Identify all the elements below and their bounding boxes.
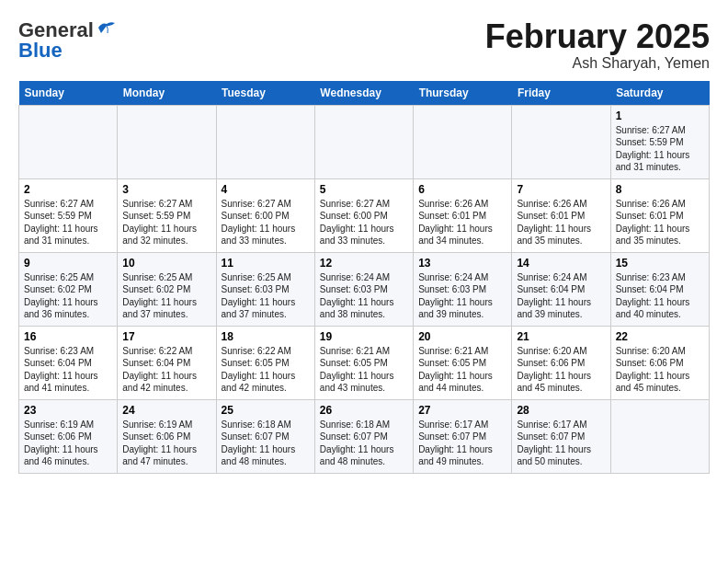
- day-number: 26: [320, 404, 408, 417]
- calendar-cell: 24Sunrise: 6:19 AM Sunset: 6:06 PM Dayli…: [118, 399, 216, 473]
- col-header-monday: Monday: [118, 81, 216, 106]
- day-sun-info: Sunrise: 6:24 AM Sunset: 6:04 PM Dayligh…: [517, 271, 605, 321]
- day-number: 1: [616, 109, 704, 122]
- day-number: 22: [616, 330, 704, 343]
- day-number: 23: [24, 404, 112, 417]
- day-number: 4: [222, 183, 310, 196]
- calendar-week-row: 9Sunrise: 6:25 AM Sunset: 6:02 PM Daylig…: [19, 252, 710, 326]
- logo-bird-icon: [97, 20, 117, 35]
- day-sun-info: Sunrise: 6:21 AM Sunset: 6:05 PM Dayligh…: [418, 345, 506, 395]
- day-sun-info: Sunrise: 6:27 AM Sunset: 5:59 PM Dayligh…: [122, 198, 210, 247]
- day-number: 25: [222, 404, 310, 417]
- calendar-table: SundayMondayTuesdayWednesdayThursdayFrid…: [18, 81, 710, 474]
- calendar-cell: 19Sunrise: 6:21 AM Sunset: 6:05 PM Dayli…: [314, 326, 413, 399]
- col-header-wednesday: Wednesday: [314, 81, 413, 106]
- calendar-cell: 28Sunrise: 6:17 AM Sunset: 6:07 PM Dayli…: [512, 399, 610, 473]
- calendar-cell: 27Sunrise: 6:17 AM Sunset: 6:07 PM Dayli…: [414, 399, 512, 473]
- day-sun-info: Sunrise: 6:24 AM Sunset: 6:03 PM Dayligh…: [320, 271, 408, 321]
- col-header-sunday: Sunday: [19, 81, 118, 106]
- calendar-cell: 11Sunrise: 6:25 AM Sunset: 6:03 PM Dayli…: [216, 252, 314, 326]
- day-sun-info: Sunrise: 6:26 AM Sunset: 6:01 PM Dayligh…: [616, 198, 704, 247]
- calendar-cell: [19, 105, 118, 178]
- calendar-cell: 17Sunrise: 6:22 AM Sunset: 6:04 PM Dayli…: [118, 326, 216, 399]
- day-sun-info: Sunrise: 6:25 AM Sunset: 6:03 PM Dayligh…: [222, 271, 310, 321]
- day-number: 20: [418, 330, 506, 343]
- calendar-cell: [610, 399, 709, 473]
- calendar-cell: 10Sunrise: 6:25 AM Sunset: 6:02 PM Dayli…: [118, 252, 216, 326]
- day-number: 6: [418, 183, 506, 196]
- calendar-title-block: February 2025 Ash Sharyah, Yemen: [485, 18, 710, 72]
- day-sun-info: Sunrise: 6:22 AM Sunset: 6:05 PM Dayligh…: [222, 345, 310, 395]
- calendar-cell: 12Sunrise: 6:24 AM Sunset: 6:03 PM Dayli…: [314, 252, 413, 326]
- logo: General Blue: [18, 18, 117, 63]
- calendar-cell: 1Sunrise: 6:27 AM Sunset: 5:59 PM Daylig…: [610, 105, 709, 178]
- day-number: 14: [517, 257, 605, 270]
- calendar-cell: 13Sunrise: 6:24 AM Sunset: 6:03 PM Dayli…: [414, 252, 512, 326]
- day-sun-info: Sunrise: 6:18 AM Sunset: 6:07 PM Dayligh…: [222, 419, 310, 468]
- day-number: 27: [418, 404, 506, 417]
- calendar-cell: 16Sunrise: 6:23 AM Sunset: 6:04 PM Dayli…: [19, 326, 118, 399]
- day-sun-info: Sunrise: 6:22 AM Sunset: 6:04 PM Dayligh…: [122, 345, 210, 395]
- day-sun-info: Sunrise: 6:20 AM Sunset: 6:06 PM Dayligh…: [517, 345, 605, 395]
- day-sun-info: Sunrise: 6:26 AM Sunset: 6:01 PM Dayligh…: [517, 198, 605, 247]
- calendar-cell: 6Sunrise: 6:26 AM Sunset: 6:01 PM Daylig…: [414, 178, 512, 252]
- day-sun-info: Sunrise: 6:23 AM Sunset: 6:04 PM Dayligh…: [24, 345, 112, 395]
- day-sun-info: Sunrise: 6:25 AM Sunset: 6:02 PM Dayligh…: [24, 271, 112, 321]
- calendar-location: Ash Sharyah, Yemen: [485, 55, 710, 72]
- calendar-cell: 5Sunrise: 6:27 AM Sunset: 6:00 PM Daylig…: [314, 178, 413, 252]
- logo-blue-text: Blue: [18, 39, 63, 63]
- calendar-cell: 20Sunrise: 6:21 AM Sunset: 6:05 PM Dayli…: [414, 326, 512, 399]
- day-sun-info: Sunrise: 6:17 AM Sunset: 6:07 PM Dayligh…: [418, 419, 506, 468]
- calendar-cell: 4Sunrise: 6:27 AM Sunset: 6:00 PM Daylig…: [216, 178, 314, 252]
- day-sun-info: Sunrise: 6:27 AM Sunset: 5:59 PM Dayligh…: [24, 198, 112, 247]
- day-sun-info: Sunrise: 6:19 AM Sunset: 6:06 PM Dayligh…: [24, 419, 112, 468]
- day-number: 2: [24, 183, 112, 196]
- day-number: 3: [122, 183, 210, 196]
- calendar-week-row: 2Sunrise: 6:27 AM Sunset: 5:59 PM Daylig…: [19, 178, 710, 252]
- calendar-cell: 8Sunrise: 6:26 AM Sunset: 6:01 PM Daylig…: [610, 178, 709, 252]
- calendar-cell: 26Sunrise: 6:18 AM Sunset: 6:07 PM Dayli…: [314, 399, 413, 473]
- calendar-cell: 7Sunrise: 6:26 AM Sunset: 6:01 PM Daylig…: [512, 178, 610, 252]
- day-number: 16: [24, 330, 112, 343]
- day-number: 28: [517, 404, 605, 417]
- day-number: 24: [122, 404, 210, 417]
- calendar-cell: 22Sunrise: 6:20 AM Sunset: 6:06 PM Dayli…: [610, 326, 709, 399]
- day-number: 12: [320, 257, 408, 270]
- calendar-cell: [216, 105, 314, 178]
- day-sun-info: Sunrise: 6:23 AM Sunset: 6:04 PM Dayligh…: [616, 271, 704, 321]
- col-header-tuesday: Tuesday: [216, 81, 314, 106]
- day-number: 7: [517, 183, 605, 196]
- calendar-header-row: SundayMondayTuesdayWednesdayThursdayFrid…: [19, 81, 710, 106]
- day-sun-info: Sunrise: 6:24 AM Sunset: 6:03 PM Dayligh…: [418, 271, 506, 321]
- day-number: 5: [320, 183, 408, 196]
- day-sun-info: Sunrise: 6:27 AM Sunset: 6:00 PM Dayligh…: [222, 198, 310, 247]
- calendar-cell: 15Sunrise: 6:23 AM Sunset: 6:04 PM Dayli…: [610, 252, 709, 326]
- calendar-cell: 9Sunrise: 6:25 AM Sunset: 6:02 PM Daylig…: [19, 252, 118, 326]
- calendar-cell: 14Sunrise: 6:24 AM Sunset: 6:04 PM Dayli…: [512, 252, 610, 326]
- day-sun-info: Sunrise: 6:19 AM Sunset: 6:06 PM Dayligh…: [122, 419, 210, 468]
- page-header: General Blue February 2025 Ash Sharyah, …: [18, 18, 710, 72]
- calendar-cell: [414, 105, 512, 178]
- day-number: 11: [222, 257, 310, 270]
- day-number: 17: [122, 330, 210, 343]
- day-number: 18: [222, 330, 310, 343]
- calendar-cell: [512, 105, 610, 178]
- day-sun-info: Sunrise: 6:27 AM Sunset: 6:00 PM Dayligh…: [320, 198, 408, 247]
- calendar-cell: 21Sunrise: 6:20 AM Sunset: 6:06 PM Dayli…: [512, 326, 610, 399]
- calendar-cell: 23Sunrise: 6:19 AM Sunset: 6:06 PM Dayli…: [19, 399, 118, 473]
- day-number: 8: [616, 183, 704, 196]
- day-number: 19: [320, 330, 408, 343]
- col-header-friday: Friday: [512, 81, 610, 106]
- col-header-thursday: Thursday: [414, 81, 512, 106]
- col-header-saturday: Saturday: [610, 81, 709, 106]
- calendar-cell: 18Sunrise: 6:22 AM Sunset: 6:05 PM Dayli…: [216, 326, 314, 399]
- day-sun-info: Sunrise: 6:17 AM Sunset: 6:07 PM Dayligh…: [517, 419, 605, 468]
- day-sun-info: Sunrise: 6:27 AM Sunset: 5:59 PM Dayligh…: [616, 124, 704, 174]
- calendar-cell: 3Sunrise: 6:27 AM Sunset: 5:59 PM Daylig…: [118, 178, 216, 252]
- calendar-month-year: February 2025: [485, 18, 710, 55]
- calendar-cell: 25Sunrise: 6:18 AM Sunset: 6:07 PM Dayli…: [216, 399, 314, 473]
- day-number: 21: [517, 330, 605, 343]
- day-number: 15: [616, 257, 704, 270]
- calendar-cell: [118, 105, 216, 178]
- day-number: 13: [418, 257, 506, 270]
